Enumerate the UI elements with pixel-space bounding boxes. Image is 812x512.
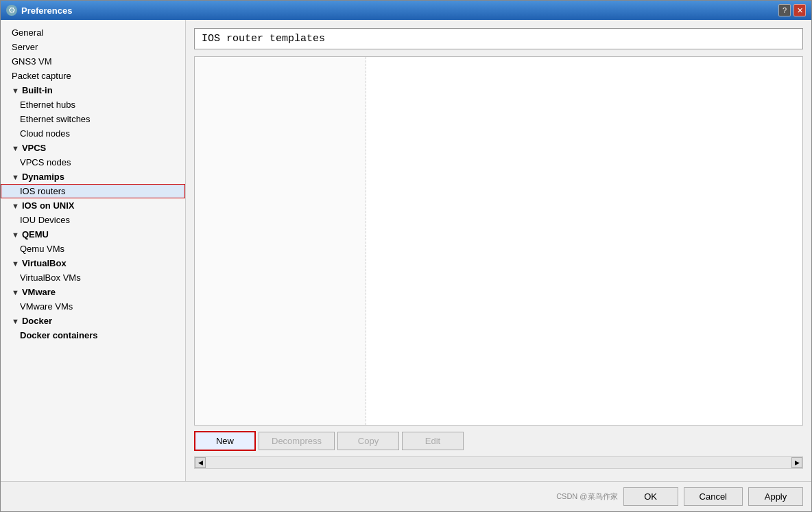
- scroll-left-button[interactable]: ◀: [195, 457, 206, 468]
- collapse-arrow-virtualbox: ▼: [12, 259, 19, 268]
- sidebar-item-vpcs[interactable]: ▼ VPCS: [1, 141, 185, 155]
- preferences-window: ⚙ Preferences ? ✕ GeneralServerGNS3 VMPa…: [0, 0, 812, 512]
- sidebar-item-ethernet-switches[interactable]: Ethernet switches: [1, 112, 185, 126]
- sidebar-item-server[interactable]: Server: [1, 40, 185, 54]
- title-bar: ⚙ Preferences ? ✕: [1, 1, 811, 20]
- close-button[interactable]: ✕: [793, 4, 806, 16]
- sidebar-label-vmware: VMware: [22, 287, 56, 297]
- apply-button[interactable]: Apply: [748, 487, 803, 506]
- sidebar-item-virtualbox[interactable]: ▼ VirtualBox: [1, 256, 185, 270]
- sidebar-item-ios-on-unix[interactable]: ▼ IOS on UNIX: [1, 198, 185, 213]
- help-button[interactable]: ?: [778, 4, 791, 16]
- collapse-arrow-built-in: ▼: [12, 86, 19, 95]
- sidebar-item-virtualbox-vms[interactable]: VirtualBox VMs: [1, 270, 185, 285]
- app-icon: ⚙: [6, 5, 17, 16]
- sidebar: GeneralServerGNS3 VMPacket capture ▼ Bui…: [1, 20, 186, 481]
- copy-button[interactable]: Copy: [337, 432, 399, 450]
- cancel-button[interactable]: Cancel: [684, 487, 743, 506]
- sidebar-item-packet-capture[interactable]: Packet capture: [1, 69, 185, 83]
- router-detail: [366, 57, 802, 425]
- sidebar-item-docker[interactable]: ▼ Docker: [1, 314, 185, 328]
- sidebar-item-ethernet-hubs[interactable]: Ethernet hubs: [1, 97, 185, 112]
- sidebar-label-built-in: Built-in: [22, 85, 53, 95]
- bottom-bar: CSDN @菜鸟作家 OK Cancel Apply: [1, 481, 811, 511]
- action-bar: New Decompress Copy Edit: [194, 431, 803, 451]
- sidebar-item-qemu-vms[interactable]: Qemu VMs: [1, 242, 185, 256]
- sidebar-item-vmware-vms[interactable]: VMware VMs: [1, 299, 185, 314]
- router-list: [195, 57, 366, 425]
- sidebar-label-docker: Docker: [22, 316, 52, 326]
- sidebar-item-iou-devices[interactable]: IOU Devices: [1, 213, 185, 227]
- sidebar-item-qemu[interactable]: ▼ QEMU: [1, 227, 185, 242]
- sidebar-label-dynamips: Dynamips: [22, 172, 64, 182]
- sidebar-label-ios-on-unix: IOS on UNIX: [22, 200, 75, 211]
- sidebar-item-gns3vm[interactable]: GNS3 VM: [1, 54, 185, 69]
- collapse-arrow-docker: ▼: [12, 317, 19, 325]
- split-area: [194, 56, 803, 426]
- collapse-arrow-vmware: ▼: [12, 288, 19, 296]
- title-bar-buttons: ? ✕: [778, 4, 806, 16]
- panel-title: IOS router templates: [194, 28, 803, 49]
- ok-button[interactable]: OK: [623, 487, 678, 506]
- sidebar-item-vmware[interactable]: ▼ VMware: [1, 285, 185, 299]
- watermark: CSDN @菜鸟作家: [556, 491, 617, 502]
- scroll-right-button[interactable]: ▶: [791, 457, 802, 468]
- sidebar-item-built-in[interactable]: ▼ Built-in: [1, 83, 185, 97]
- collapse-arrow-qemu: ▼: [12, 231, 19, 239]
- main-panel: IOS router templates New Decompress Copy…: [186, 20, 811, 481]
- window-title: Preferences: [21, 5, 72, 16]
- sidebar-item-general[interactable]: General: [1, 25, 185, 40]
- collapse-arrow-ios-on-unix: ▼: [12, 202, 19, 210]
- sidebar-label-qemu: QEMU: [22, 229, 49, 240]
- sidebar-label-vpcs: VPCS: [22, 143, 46, 153]
- sidebar-label-virtualbox: VirtualBox: [22, 258, 67, 268]
- content-area: GeneralServerGNS3 VMPacket capture ▼ Bui…: [1, 20, 811, 481]
- sidebar-item-vpcs-nodes[interactable]: VPCS nodes: [1, 155, 185, 170]
- horizontal-scrollbar: ◀ ▶: [194, 456, 803, 469]
- sidebar-item-docker-containers[interactable]: Docker containers: [1, 328, 185, 342]
- sidebar-item-cloud-nodes[interactable]: Cloud nodes: [1, 126, 185, 141]
- sidebar-item-ios-routers[interactable]: IOS routers: [1, 184, 185, 198]
- collapse-arrow-vpcs: ▼: [12, 144, 19, 152]
- scroll-track[interactable]: [206, 457, 791, 468]
- sidebar-item-dynamips[interactable]: ▼ Dynamips: [1, 170, 185, 184]
- title-bar-left: ⚙ Preferences: [6, 5, 72, 16]
- decompress-button[interactable]: Decompress: [259, 432, 335, 450]
- edit-button[interactable]: Edit: [402, 432, 464, 450]
- new-button[interactable]: New: [194, 431, 256, 451]
- collapse-arrow-dynamips: ▼: [12, 173, 19, 181]
